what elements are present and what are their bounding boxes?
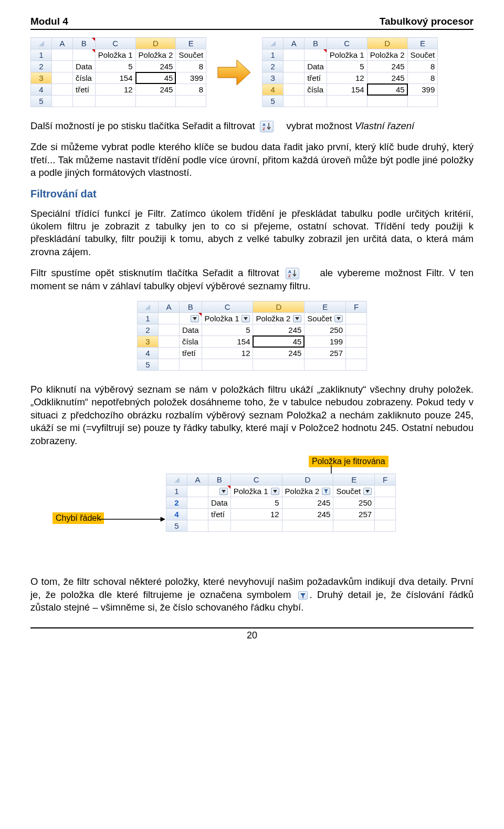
section-heading-filter: Filtrování dat	[30, 188, 474, 200]
sort-filter-icon: A Z	[260, 121, 274, 132]
header-right: Tabulkový procesor	[380, 16, 474, 27]
filter-dropdown-button[interactable]	[293, 315, 301, 322]
filter-dropdown-button[interactable]	[271, 488, 279, 495]
excel-grid-left: A B C D E 1 Položka 1 Položka 2 Součet 2…	[30, 37, 206, 107]
filter-active-icon	[298, 591, 308, 600]
svg-text:Z: Z	[262, 127, 265, 131]
paragraph-6: O tom, že filtr schoval některé položky,…	[30, 575, 474, 614]
sort-filter-icon: A Z	[286, 268, 299, 279]
filter-dropdown-button[interactable]	[363, 488, 372, 495]
figure-filter-dropdowns: A B C D E F 1 Položka 1	[30, 301, 474, 371]
page-footer: 20	[30, 627, 474, 641]
filter-dropdown-button[interactable]	[219, 488, 228, 495]
figure-filtered-result: Položka je fitrována Chybí řádek A B C D…	[30, 456, 474, 561]
svg-text:Z: Z	[288, 274, 291, 278]
filter-dropdown-button[interactable]	[191, 315, 199, 322]
filter-dropdown-button[interactable]	[334, 315, 343, 322]
page-number: 20	[247, 630, 257, 641]
paragraph-1: Další možností je po stisku tlačítka Seř…	[30, 120, 474, 132]
filter-active-button[interactable]	[322, 488, 330, 495]
figure-sort-before-after: A B C D E 1 Položka 1 Položka 2 Součet 2…	[30, 37, 474, 107]
header-left: Modul 4	[30, 16, 68, 27]
filter-dropdown-button[interactable]	[242, 315, 250, 322]
callout-missing-row: Chybí řádek	[52, 512, 104, 524]
paragraph-5: Po kliknutí na výběrový seznam se nám v …	[30, 383, 474, 447]
page-header: Modul 4 Tabulkový procesor	[30, 16, 474, 30]
paragraph-2: Zde si můžeme vybrat podle kterého klíče…	[30, 141, 474, 179]
arrow-icon	[216, 57, 253, 88]
paragraph-4: Filtr spustíme opět stisknutím tlačítka …	[30, 267, 474, 292]
excel-grid-right: A B C D E 1 Položka 1 Položka 2 Součet 2…	[262, 37, 438, 107]
callout-filtered-column: Položka je fitrována	[309, 456, 388, 467]
paragraph-3: Speciální třídící funkcí je Filtr. Zatím…	[30, 207, 474, 259]
